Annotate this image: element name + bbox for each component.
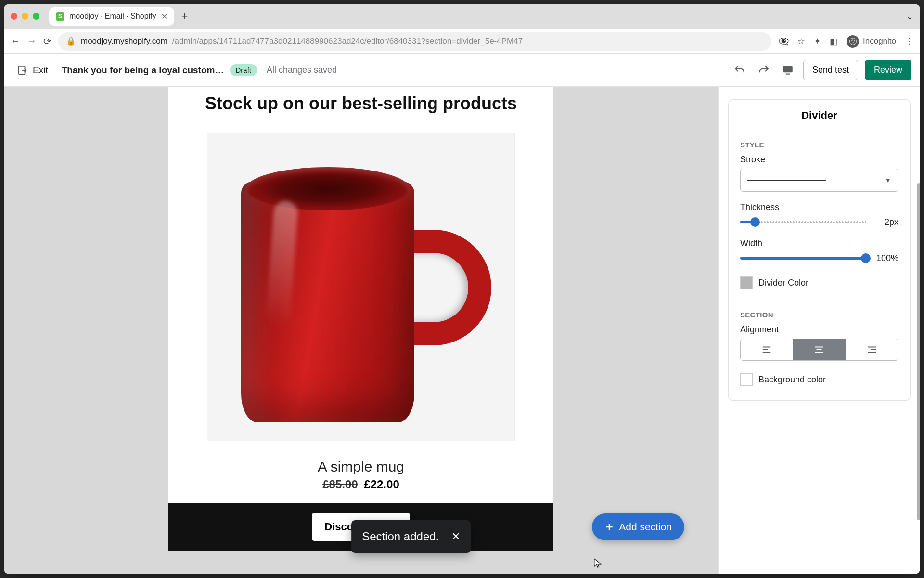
price-original: £85.00 — [322, 478, 358, 491]
toast: Section added. ✕ — [351, 520, 471, 553]
canvas[interactable]: Stock up on our best-selling products — [4, 87, 718, 574]
app-bar: Exit Thank you for being a loyal custom…… — [4, 54, 920, 87]
divider-color-row[interactable]: Divider Color — [740, 276, 898, 289]
shopify-favicon-icon: S — [56, 12, 64, 21]
kebab-menu-icon[interactable]: ⋮ — [905, 36, 913, 47]
thickness-value: 2px — [873, 217, 898, 227]
align-left-button[interactable] — [741, 339, 793, 360]
star-icon[interactable]: ☆ — [797, 36, 805, 47]
exit-label: Exit — [33, 65, 48, 76]
url-bar: ← → ⟳ 🔒 moodjoy.myshopify.com/admin/apps… — [4, 29, 920, 54]
review-button[interactable]: Review — [865, 60, 911, 80]
exit-icon — [17, 65, 28, 76]
thickness-label: Thickness — [740, 202, 898, 212]
side-panel-icon[interactable]: ◧ — [830, 36, 838, 47]
properties-panel: Divider STYLE Stroke ▼ Thickness 2px — [718, 87, 920, 574]
reload-icon[interactable]: ⟳ — [43, 36, 51, 47]
svg-rect-1 — [783, 66, 793, 72]
incognito-icon: ㋡ — [847, 35, 859, 48]
width-slider[interactable] — [740, 252, 866, 264]
main-area: Stock up on our best-selling products — [4, 87, 920, 574]
incognito-badge[interactable]: ㋡ Incognito — [847, 35, 896, 48]
email-headline: Stock up on our best-selling products — [168, 87, 553, 114]
tab-title: moodjoy · Email · Shopify — [69, 12, 156, 21]
desktop-icon — [782, 64, 794, 77]
product-image[interactable] — [207, 133, 515, 441]
email-preview[interactable]: Stock up on our best-selling products — [168, 87, 553, 551]
style-header: STYLE — [740, 141, 898, 149]
background-color-label: Background color — [758, 375, 826, 385]
redo-icon — [757, 64, 770, 77]
tabs-overflow-icon[interactable]: ⌄ — [906, 11, 913, 22]
divider-color-label: Divider Color — [758, 278, 808, 288]
lock-icon: 🔒 — [66, 36, 76, 46]
divider-color-swatch[interactable] — [740, 276, 753, 289]
align-center-icon — [814, 344, 824, 355]
stroke-preview-icon — [747, 180, 826, 181]
url-path: /admin/apps/14711ad7477a3d0211488990623a… — [172, 37, 523, 46]
redo-button[interactable] — [755, 62, 772, 79]
alignment-label: Alignment — [740, 325, 898, 335]
svg-rect-2 — [786, 73, 790, 74]
chevron-down-icon: ▼ — [885, 176, 891, 184]
traffic-lights — [11, 13, 39, 20]
panel-title: Divider — [729, 107, 910, 131]
tab-close-icon[interactable]: ✕ — [161, 12, 167, 21]
undo-button[interactable] — [731, 62, 748, 79]
exit-button[interactable]: Exit — [13, 62, 53, 79]
cursor-icon — [593, 558, 602, 568]
browser-tab[interactable]: S moodjoy · Email · Shopify ✕ — [49, 7, 174, 26]
add-section-button[interactable]: Add section — [592, 513, 684, 540]
scrollbar[interactable] — [917, 183, 920, 520]
price-current: £22.00 — [364, 478, 399, 491]
browser-window: S moodjoy · Email · Shopify ✕ + ⌄ ← → ⟳ … — [4, 4, 920, 574]
toast-message: Section added. — [362, 530, 439, 543]
new-tab-button[interactable]: + — [182, 10, 188, 23]
save-status: All changes saved — [267, 65, 337, 75]
minimize-window-icon[interactable] — [22, 13, 28, 20]
maximize-window-icon[interactable] — [33, 13, 39, 20]
stroke-label: Stroke — [740, 155, 898, 165]
back-icon[interactable]: ← — [11, 36, 20, 47]
url-host: moodjoy.myshopify.com — [81, 37, 167, 46]
align-right-button[interactable] — [846, 339, 898, 360]
background-color-row[interactable]: Background color — [740, 373, 898, 386]
stroke-select[interactable]: ▼ — [740, 169, 898, 192]
eye-off-icon[interactable]: 👁‍🗨 — [778, 36, 789, 47]
titlebar: S moodjoy · Email · Shopify ✕ + ⌄ — [4, 4, 920, 29]
alignment-segmented — [740, 339, 898, 361]
send-test-button[interactable]: Send test — [803, 60, 858, 80]
align-center-button[interactable] — [793, 339, 846, 360]
product-title: A simple mug — [168, 441, 553, 478]
forward-icon[interactable]: → — [27, 36, 37, 47]
toast-close-icon[interactable]: ✕ — [451, 530, 460, 543]
width-label: Width — [740, 238, 898, 249]
extensions-icon[interactable]: ✦ — [814, 36, 821, 47]
width-value: 100% — [873, 253, 898, 263]
address-field[interactable]: 🔒 moodjoy.myshopify.com/admin/apps/14711… — [58, 32, 771, 51]
align-right-icon — [867, 344, 877, 355]
add-section-label: Add section — [619, 521, 672, 533]
section-header: SECTION — [740, 311, 898, 319]
plus-icon — [604, 522, 614, 532]
thickness-slider[interactable] — [740, 216, 866, 228]
status-badge: Draft — [230, 64, 257, 76]
background-color-swatch[interactable] — [740, 373, 753, 386]
undo-icon — [733, 64, 746, 77]
align-left-icon — [761, 344, 772, 355]
product-price: £85.00 £22.00 — [168, 478, 553, 503]
viewport-button[interactable] — [779, 62, 796, 79]
close-window-icon[interactable] — [11, 13, 17, 20]
page-title: Thank you for being a loyal custom… — [62, 65, 224, 76]
mug-illustration — [241, 162, 448, 432]
incognito-label: Incognito — [863, 37, 896, 46]
